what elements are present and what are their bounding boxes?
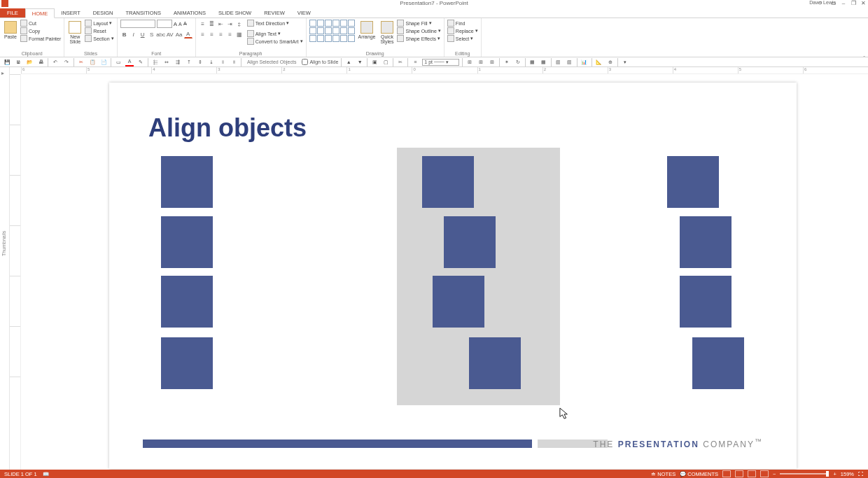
qat-bring-forward-icon[interactable]: ▲ (344, 58, 353, 66)
reading-view-button[interactable] (748, 470, 756, 477)
normal-view-button[interactable] (722, 470, 731, 477)
text-direction-button[interactable]: Text Direction ▾ (247, 20, 289, 27)
format-painter-button[interactable]: Format Painter (20, 35, 61, 42)
qat-line-style-icon[interactable]: ≡ (411, 58, 419, 66)
increase-indent-button[interactable]: ⇥ (226, 20, 234, 28)
new-slide-button[interactable]: New Slide (67, 20, 83, 45)
font-size-input[interactable] (157, 20, 172, 28)
tab-animations[interactable]: ANIMATIONS (167, 8, 212, 17)
qat-table2-icon[interactable]: ▥ (566, 58, 574, 66)
shape-square[interactable] (680, 276, 732, 328)
align-text-button[interactable]: Align Text ▾ (247, 30, 303, 37)
shapes-gallery[interactable] (309, 20, 355, 42)
columns-button[interactable]: ▦ (235, 30, 244, 38)
align-center-button[interactable]: ≡ (208, 30, 216, 38)
zoom-level[interactable]: 159% (841, 471, 854, 477)
case-button[interactable]: Aa (175, 30, 183, 38)
qat-align-left-icon[interactable]: ⬱ (151, 58, 160, 66)
shape-square[interactable] (680, 216, 732, 268)
qat-table1-icon[interactable]: ▥ (554, 58, 563, 66)
zoom-thumb[interactable] (826, 471, 829, 477)
clear-format-button[interactable]: A̶ (183, 21, 187, 27)
slide-indicator[interactable]: SLIDE 1 OF 1 (4, 471, 37, 477)
qat-smartguide-icon[interactable]: ✶ (503, 58, 511, 66)
qat-ungroup-icon[interactable]: ▢ (382, 58, 390, 66)
shape-square[interactable] (161, 156, 213, 208)
comments-button[interactable]: 💬 COMMENTS (680, 471, 718, 477)
qat-grid2-icon[interactable]: ⊞ (477, 58, 485, 66)
qat-undo-button[interactable]: ↶ (51, 58, 59, 66)
section-button[interactable]: Section ▾ (85, 35, 113, 42)
slideshow-view-button[interactable] (760, 470, 769, 477)
spellcheck-icon[interactable]: 📖 (43, 471, 49, 477)
shape-square[interactable] (667, 156, 719, 208)
qat-redo-button[interactable]: ↷ (62, 58, 71, 66)
shape-square[interactable] (433, 276, 484, 328)
qat-rotate-icon[interactable]: ↻ (514, 58, 522, 66)
shrink-font-button[interactable]: A (178, 22, 182, 27)
shape-square[interactable] (469, 337, 521, 389)
tab-transitions[interactable]: TRANSITIONS (119, 8, 167, 17)
paste-button[interactable]: Paste (3, 20, 18, 41)
layout-button[interactable]: Layout ▾ (85, 20, 113, 27)
tab-review[interactable]: REVIEW (258, 8, 291, 17)
fit-to-window-button[interactable]: ⛶ (858, 471, 864, 477)
char-spacing-button[interactable]: AV (166, 30, 174, 38)
minimize-button[interactable]: – (840, 0, 847, 6)
restore-button[interactable]: ❐ (850, 0, 857, 6)
zoom-in-button[interactable]: + (833, 471, 836, 477)
tab-home[interactable]: HOME (25, 8, 55, 18)
font-color-button[interactable]: A (184, 30, 192, 38)
shape-square[interactable] (444, 216, 496, 268)
qat-print-icon[interactable]: 🖶 (36, 58, 45, 66)
ribbon-options-icon[interactable]: ▭ (830, 0, 837, 6)
qat-crop-icon[interactable]: ✂ (396, 58, 405, 66)
numbering-button[interactable]: ≣ (208, 20, 216, 28)
strike-button[interactable]: abc (157, 30, 165, 38)
qat-highlight-icon[interactable]: ✎ (136, 58, 145, 66)
shape-effects-button[interactable]: Shape Effects ▾ (397, 35, 440, 42)
qat-open-icon[interactable]: 📂 (25, 58, 34, 66)
align-selected-label[interactable]: Align Selected Objects (244, 59, 299, 64)
qat-align-right-icon[interactable]: ⇶ (174, 58, 182, 66)
align-to-slide-checkbox[interactable]: Align to Slide (302, 59, 338, 65)
tab-insert[interactable]: INSERT (55, 8, 86, 17)
slide-canvas[interactable]: Align objects THE PRESENTATION COMPANY™ (109, 83, 797, 469)
qat-align-bottom-icon[interactable]: ⤓ (207, 58, 216, 66)
qat-cut-icon[interactable]: ✂ (77, 58, 85, 66)
zoom-out-button[interactable]: − (773, 471, 776, 477)
qat-distribute-h-icon[interactable]: ⫴ (218, 58, 227, 66)
underline-button[interactable]: U (139, 30, 147, 38)
justify-button[interactable]: ≡ (226, 30, 234, 38)
shape-square[interactable] (161, 337, 213, 389)
arrange-button[interactable]: Arrange (357, 20, 377, 41)
qat-copy-icon[interactable]: 📋 (88, 58, 97, 66)
qat-align-middle-icon[interactable]: ⇕ (196, 58, 204, 66)
cut-button[interactable]: Cut (20, 20, 61, 27)
shape-square[interactable] (161, 276, 213, 328)
font-name-input[interactable] (120, 20, 155, 28)
align-left-button[interactable]: ≡ (199, 30, 207, 38)
shape-square[interactable] (422, 156, 474, 208)
qat-grid1-icon[interactable]: ⊞ (465, 58, 474, 66)
shadow-button[interactable]: S (148, 30, 156, 38)
qat-align-center-icon[interactable]: ⇔ (162, 58, 171, 66)
align-right-button[interactable]: ≡ (217, 30, 225, 38)
qat-save-icon[interactable]: 💾 (3, 58, 11, 66)
zoom-slider[interactable] (780, 473, 829, 475)
quick-styles-button[interactable]: Quick Styles (379, 20, 395, 45)
italic-button[interactable]: I (130, 30, 138, 38)
qat-grid3-icon[interactable]: ⊞ (488, 58, 496, 66)
qat-saveall-icon[interactable]: 🗎 (14, 58, 22, 66)
qat-select-all-icon[interactable]: ▭ (114, 58, 122, 66)
expand-thumbnails-icon[interactable]: ▸ (1, 70, 4, 76)
copy-button[interactable]: Copy (20, 27, 61, 34)
slide-editor[interactable]: 6543210123456 Align objects (10, 67, 868, 470)
qat-ruler-icon[interactable]: 📐 (595, 58, 603, 66)
shape-square[interactable] (161, 216, 213, 268)
shape-outline-button[interactable]: Shape Outline ▾ (397, 27, 440, 34)
collapse-ribbon-icon[interactable]: ˆ (863, 55, 865, 61)
line-weight-select[interactable]: 1 pt ─── ▾ (422, 59, 458, 66)
qat-paste-icon[interactable]: 📄 (99, 58, 108, 66)
slide-title[interactable]: Align objects (148, 113, 307, 143)
